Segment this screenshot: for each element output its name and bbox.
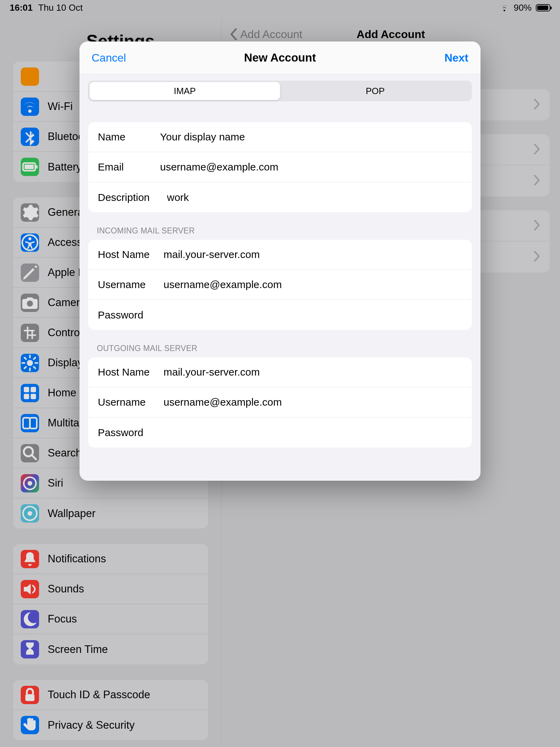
bt-icon bbox=[21, 128, 39, 146]
svg-rect-9 bbox=[31, 394, 36, 399]
hour-icon bbox=[21, 640, 39, 658]
basic-info-group: Name Email Description bbox=[88, 122, 472, 212]
root: Settings Wi-FiBluetoothBattery GeneralAc… bbox=[0, 0, 560, 747]
sidebar-item-sounds[interactable]: Sounds bbox=[13, 574, 208, 604]
name-label: Name bbox=[98, 131, 160, 143]
lock-icon bbox=[21, 686, 39, 704]
chevron-right-icon bbox=[534, 144, 540, 156]
email-row[interactable]: Email bbox=[88, 152, 472, 182]
next-button[interactable]: Next bbox=[445, 52, 468, 64]
svg-rect-10 bbox=[23, 418, 30, 428]
incoming-pass-input[interactable] bbox=[164, 309, 462, 321]
wall-icon bbox=[21, 504, 39, 523]
segment-pop[interactable]: POP bbox=[280, 82, 470, 100]
moon-icon bbox=[21, 610, 39, 628]
status-date: Thu 10 Oct bbox=[38, 2, 83, 13]
search-icon bbox=[21, 444, 39, 462]
sidebar-item-label: Siri bbox=[48, 477, 63, 489]
svg-point-14 bbox=[28, 481, 32, 485]
svg-rect-6 bbox=[24, 387, 29, 392]
outgoing-user-label: Username bbox=[98, 396, 164, 408]
outgoing-pass-label: Password bbox=[98, 427, 164, 439]
chevron-right-icon bbox=[534, 220, 540, 232]
back-button[interactable]: Add Account bbox=[222, 28, 302, 41]
chevron-right-icon bbox=[534, 99, 540, 111]
outgoing-group: Host Name Username Password bbox=[88, 357, 472, 448]
sidebar-item-label: Privacy & Security bbox=[48, 719, 135, 731]
bell-icon bbox=[21, 550, 39, 568]
cancel-button[interactable]: Cancel bbox=[92, 52, 126, 64]
detail-title: Add Account bbox=[357, 28, 425, 41]
outgoing-user-row[interactable]: Username bbox=[88, 387, 472, 417]
svg-point-5 bbox=[27, 360, 33, 366]
outgoing-header: OUTGOING MAIL SERVER bbox=[97, 344, 463, 353]
name-row[interactable]: Name bbox=[88, 122, 472, 152]
sidebar-item-touch-id-passcode[interactable]: Touch ID & Passcode bbox=[13, 680, 208, 710]
wifi-icon bbox=[499, 4, 510, 12]
sidebar-item-focus[interactable]: Focus bbox=[13, 604, 208, 634]
wifi-icon bbox=[21, 98, 39, 116]
sidebar-item-privacy-security[interactable]: Privacy & Security bbox=[13, 710, 208, 740]
svg-rect-1 bbox=[36, 165, 37, 168]
outgoing-pass-row[interactable]: Password bbox=[88, 417, 472, 448]
svg-rect-16 bbox=[25, 694, 35, 701]
segment-imap[interactable]: IMAP bbox=[90, 82, 280, 100]
new-account-modal: Cancel New Account Next IMAP POP Name Em… bbox=[80, 42, 480, 481]
outgoing-user-input[interactable] bbox=[164, 396, 462, 408]
outgoing-host-label: Host Name bbox=[98, 366, 164, 378]
sidebar-item-label: Screen Time bbox=[48, 643, 108, 656]
sidebar-item-wallpaper[interactable]: Wallpaper bbox=[13, 498, 208, 528]
modal-nav: Cancel New Account Next bbox=[80, 42, 480, 74]
sidebar-item-label: Battery bbox=[48, 161, 82, 173]
sidebar-group-security: Touch ID & PasscodePrivacy & Security bbox=[13, 680, 208, 740]
sun-icon bbox=[21, 354, 39, 372]
name-input[interactable] bbox=[160, 131, 462, 143]
sidebar-group-notify: NotificationsSoundsFocusScreen Time bbox=[13, 544, 208, 664]
incoming-user-label: Username bbox=[98, 279, 164, 290]
description-input[interactable] bbox=[167, 192, 462, 203]
sidebar-item-label: Search bbox=[48, 447, 82, 459]
account-type-segment[interactable]: IMAP POP bbox=[88, 81, 472, 101]
svg-rect-8 bbox=[24, 394, 29, 399]
acc-icon bbox=[21, 233, 39, 252]
chevron-right-icon bbox=[534, 175, 540, 187]
chevron-left-icon bbox=[230, 28, 237, 40]
incoming-host-row[interactable]: Host Name bbox=[88, 240, 472, 270]
outgoing-pass-input[interactable] bbox=[164, 427, 462, 439]
sidebar-item-label: Notifications bbox=[48, 553, 106, 565]
incoming-host-input[interactable] bbox=[164, 249, 462, 260]
incoming-user-row[interactable]: Username bbox=[88, 270, 472, 300]
sidebar-item-screen-time[interactable]: Screen Time bbox=[13, 634, 208, 664]
modal-title: New Account bbox=[244, 51, 316, 64]
siri-icon bbox=[21, 474, 39, 492]
outgoing-host-row[interactable]: Host Name bbox=[88, 357, 472, 387]
hand-icon bbox=[21, 716, 39, 734]
description-label: Description bbox=[98, 192, 167, 203]
description-row[interactable]: Description bbox=[88, 182, 472, 212]
gear-icon bbox=[21, 203, 39, 222]
incoming-group: Host Name Username Password bbox=[88, 240, 472, 330]
app-icon bbox=[21, 67, 39, 86]
incoming-pass-row[interactable]: Password bbox=[88, 300, 472, 330]
cam-icon bbox=[21, 294, 39, 312]
sidebar-item-label: Wallpaper bbox=[48, 507, 95, 520]
home-icon bbox=[21, 384, 39, 402]
battery-percent: 90% bbox=[514, 2, 532, 13]
email-label: Email bbox=[98, 161, 160, 173]
incoming-header: INCOMING MAIL SERVER bbox=[97, 226, 463, 236]
incoming-host-label: Host Name bbox=[98, 249, 164, 260]
incoming-user-input[interactable] bbox=[164, 279, 462, 290]
incoming-pass-label: Password bbox=[98, 309, 164, 321]
outgoing-host-input[interactable] bbox=[164, 366, 462, 378]
email-input[interactable] bbox=[160, 161, 462, 173]
snd-icon bbox=[21, 580, 39, 598]
svg-rect-2 bbox=[25, 165, 34, 169]
status-time: 16:01 bbox=[10, 2, 33, 13]
sidebar-item-label: Focus bbox=[48, 613, 77, 625]
status-bar: 16:01 Thu 10 Oct 90% bbox=[0, 0, 560, 16]
sidebar-item-label: Touch ID & Passcode bbox=[48, 689, 150, 701]
chevron-right-icon bbox=[534, 251, 540, 263]
svg-point-15 bbox=[28, 511, 32, 516]
sidebar-item-label: Wi-Fi bbox=[48, 100, 73, 113]
sidebar-item-notifications[interactable]: Notifications bbox=[13, 544, 208, 574]
